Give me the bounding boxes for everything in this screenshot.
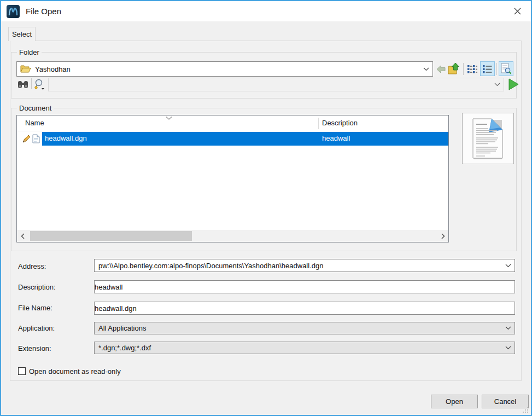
green-play-icon xyxy=(507,78,519,91)
small-icons-view-icon xyxy=(467,65,477,73)
find-button[interactable] xyxy=(17,79,29,90)
window-title: File Open xyxy=(26,7,61,16)
list-header[interactable]: Name Description xyxy=(17,115,448,131)
search-combobox[interactable] xyxy=(48,78,504,91)
preview-pane-icon xyxy=(501,63,511,74)
microstation-app-icon xyxy=(7,5,20,18)
description-value: headwall xyxy=(95,283,122,291)
document-list[interactable]: Name Description headwall.dgn headwall xyxy=(16,115,449,242)
up-one-level-button[interactable] xyxy=(447,61,460,76)
toolbar-separator xyxy=(31,78,32,89)
row-description: headwall xyxy=(322,134,350,142)
open-button-label: Open xyxy=(446,397,463,406)
description-input[interactable]: headwall xyxy=(94,280,515,293)
back-button[interactable] xyxy=(435,63,446,74)
column-header-description[interactable]: Description xyxy=(322,119,358,127)
toolbar-separator xyxy=(496,63,497,75)
file-name-label: File Name: xyxy=(18,304,52,312)
scroll-left-button[interactable] xyxy=(17,230,28,242)
run-search-button[interactable] xyxy=(507,77,520,91)
dgn-file-icon xyxy=(32,134,40,143)
document-preview-panel xyxy=(462,113,514,164)
file-name-input[interactable]: headwall.dgn xyxy=(94,302,515,315)
document-group-label: Document xyxy=(17,104,54,112)
back-arrow-icon xyxy=(436,65,446,73)
application-value: All Applications xyxy=(98,324,146,332)
extension-chevron-icon[interactable] xyxy=(502,346,515,350)
show-preview-button[interactable] xyxy=(499,61,513,76)
file-open-dialog: File Open Select Folder Yashodhan xyxy=(0,0,532,416)
read-only-label: Open document as read-only xyxy=(29,367,121,375)
tab-select-label: Select xyxy=(12,30,32,38)
scrollbar-thumb[interactable] xyxy=(30,231,192,241)
list-view-icon xyxy=(483,65,492,73)
sort-chevron-icon xyxy=(165,116,173,120)
extension-label: Extension: xyxy=(18,344,51,353)
address-chevron-icon[interactable] xyxy=(502,264,515,268)
search-magnifier-icon xyxy=(34,78,46,90)
read-only-checkbox[interactable] xyxy=(18,367,26,375)
close-icon xyxy=(514,8,521,15)
row-selection-highlight xyxy=(42,132,448,146)
address-combobox[interactable]: pw:\\Alpo.bentley.com:alpo-finops\Docume… xyxy=(94,259,515,272)
application-dropdown[interactable]: All Applications xyxy=(94,322,515,334)
tab-select[interactable]: Select xyxy=(8,27,36,41)
extension-dropdown[interactable]: *.dgn;*.dwg;*.dxf xyxy=(94,342,515,354)
folder-combobox[interactable]: Yashodhan xyxy=(16,61,433,77)
checked-out-pencil-icon xyxy=(22,134,31,143)
address-label: Address: xyxy=(18,262,46,270)
row-name: headwall.dgn xyxy=(45,134,87,142)
small-icons-view-button[interactable] xyxy=(466,62,479,76)
cancel-button-label: Cancel xyxy=(494,397,516,406)
folder-group-label: Folder xyxy=(17,48,42,56)
folder-combobox-value: Yashodhan xyxy=(35,65,71,73)
scroll-right-button[interactable] xyxy=(437,230,448,242)
close-button[interactable] xyxy=(505,1,530,21)
column-divider[interactable] xyxy=(318,118,319,129)
open-folder-icon xyxy=(20,65,31,73)
folder-combobox-chevron-icon[interactable] xyxy=(420,67,432,71)
search-menu-button[interactable] xyxy=(33,78,46,91)
folder-up-icon xyxy=(448,62,460,75)
toolbar-separator xyxy=(463,63,464,75)
horizontal-scrollbar[interactable] xyxy=(17,230,448,242)
description-label: Description: xyxy=(18,283,56,291)
title-bar: File Open xyxy=(1,1,531,21)
column-header-name[interactable]: Name xyxy=(25,119,44,127)
open-button[interactable]: Open xyxy=(431,395,478,408)
file-name-value: headwall.dgn xyxy=(95,304,137,313)
document-row[interactable]: headwall.dgn headwall xyxy=(17,132,448,146)
document-preview-icon xyxy=(472,118,505,161)
application-label: Application: xyxy=(18,324,55,332)
list-view-button[interactable] xyxy=(480,61,495,76)
search-combobox-chevron-icon[interactable] xyxy=(491,83,504,86)
binoculars-icon xyxy=(17,80,28,89)
application-chevron-icon[interactable] xyxy=(502,326,515,330)
extension-value: *.dgn;*.dwg;*.dxf xyxy=(98,344,151,352)
address-value: pw:\\Alpo.bentley.com:alpo-finops\Docume… xyxy=(98,262,323,270)
resize-grip[interactable] xyxy=(522,406,529,413)
